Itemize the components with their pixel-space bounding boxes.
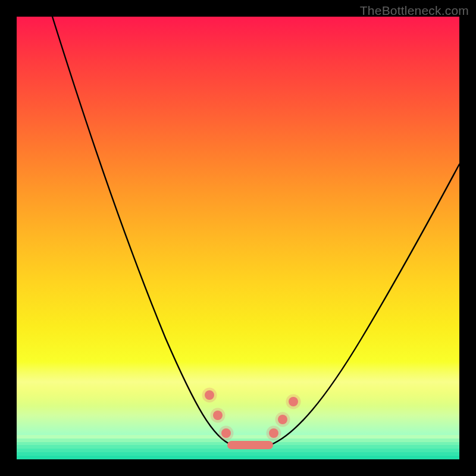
watermark-label: TheBottleneck.com [360, 4, 469, 18]
chart-frame: TheBottleneck.com [0, 0, 476, 476]
marker-right-1 [268, 428, 279, 439]
svg-point-9 [278, 415, 287, 424]
marker-right-2 [277, 414, 288, 425]
marker-left-1 [204, 390, 215, 400]
curve-path [52, 17, 459, 448]
svg-point-5 [221, 428, 231, 438]
bottleneck-curve [17, 17, 459, 459]
svg-point-1 [205, 390, 214, 400]
marker-left-3 [221, 428, 231, 439]
svg-point-3 [213, 411, 223, 420]
plot-area [17, 17, 459, 459]
marker-left-2 [212, 410, 223, 421]
svg-point-7 [269, 428, 278, 438]
svg-point-11 [289, 397, 298, 406]
marker-right-3 [288, 396, 299, 407]
